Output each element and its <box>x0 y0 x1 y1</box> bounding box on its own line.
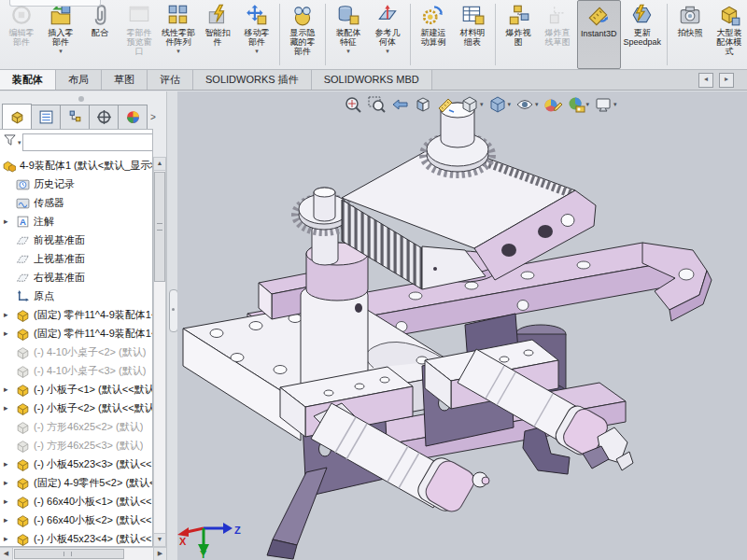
expand-arrow-icon[interactable]: ▸ <box>2 534 16 543</box>
ribbon-button-bill-of-materials[interactable]: 材料明细表 <box>453 0 492 69</box>
ribbon-button-large-assembly-mode[interactable]: 大型装配体模式 <box>710 0 747 69</box>
expand-arrow-icon[interactable]: ▸ <box>2 497 16 506</box>
tree-item[interactable]: ▸(固定) 零件11^4-9装配体1< <box>0 324 152 343</box>
ribbon-button-update-speedpak[interactable]: 更新Speedpak <box>621 0 665 69</box>
scroll-left-arrow-icon[interactable]: ◀ <box>0 548 13 560</box>
tree-item[interactable]: ▸(-) 66x40小板<1> (默认<< <box>0 492 152 511</box>
panel-tab-featuremanager[interactable] <box>2 104 32 129</box>
scroll-up-arrow-icon[interactable]: ▲ <box>154 158 165 171</box>
headsup-display-style-button[interactable]: ▾ <box>486 93 514 116</box>
panel-tab-propertymanager[interactable] <box>31 105 61 129</box>
move-component-icon <box>245 3 269 27</box>
ribbon-button-instant3d[interactable]: Instant3D <box>577 0 621 69</box>
expand-arrow-icon[interactable]: ▸ <box>2 217 16 226</box>
tree-item[interactable]: (-) 方形46x25<2> (默认) <box>0 417 152 436</box>
tab-scroll-left-button[interactable]: ◂ <box>698 73 713 88</box>
assembly-model-3d[interactable]: X Z Y <box>177 91 747 560</box>
ribbon-button-reference-geometry[interactable]: 参考几何体▾ <box>368 0 407 69</box>
tree-item[interactable]: 上视基准面 <box>0 249 152 268</box>
headsup-section-view-button[interactable] <box>412 93 434 116</box>
horizontal-scroll-thumb[interactable] <box>14 549 124 559</box>
tree-vertical-scrollbar[interactable]: ▲ ▼ <box>153 157 166 547</box>
tree-item[interactable]: (-) 方形46x25<3> (默认) <box>0 436 152 455</box>
dropdown-arrow-icon: ▾ <box>255 48 259 55</box>
ribbon-button-smart-fasteners[interactable]: 智能扣件 <box>198 0 237 69</box>
featuremanager-tree-panel: ▾ 4-9装配体1 (默认<默认_显示状历史记录传感器▸A注解前视基准面上视基准… <box>0 129 153 547</box>
tab-评估[interactable]: 评估 <box>148 70 193 90</box>
panel-tab-displaymanager[interactable] <box>118 105 148 129</box>
expand-arrow-icon[interactable]: ▸ <box>2 329 16 338</box>
scroll-right-arrow-icon[interactable]: ▶ <box>153 548 166 560</box>
tab-装配体[interactable]: 装配体 <box>0 70 56 90</box>
tree-item[interactable]: ▸(-) 小板45x23<4> (默认<< <box>0 529 152 547</box>
filter-funnel-icon[interactable] <box>3 133 17 151</box>
ribbon-button-show-hidden-components[interactable]: 显示隐藏的零部件 <box>283 0 322 69</box>
expand-arrow-icon[interactable]: ▸ <box>2 478 16 487</box>
orientation-triad: X Z Y <box>177 523 241 560</box>
panel-tab-overflow-chevron[interactable]: > <box>147 105 160 129</box>
ribbon-button-move-component[interactable]: 移动零部件▾ <box>237 0 276 69</box>
tab-布局[interactable]: 布局 <box>56 70 102 90</box>
tree-item[interactable]: (-) 4-10小桌子<2> (默认) <box>0 343 152 361</box>
expand-arrow-icon[interactable]: ▸ <box>2 310 16 319</box>
tree-item[interactable]: ▸(固定) 零件11^4-9装配体1< <box>0 305 152 324</box>
headsup-apply-scene-button[interactable]: ▾ <box>565 93 592 116</box>
history-icon <box>16 177 31 191</box>
tree-item[interactable]: ▸A注解 <box>0 212 152 231</box>
tree-item[interactable]: ▸(-) 小板45x23<3> (默认<< <box>0 455 152 473</box>
part-icon <box>16 401 31 415</box>
scroll-down-arrow-icon[interactable]: ▼ <box>154 533 165 546</box>
tree-horizontal-scrollbar[interactable]: ◀ ▶ <box>0 547 166 560</box>
tree-item[interactable]: 右视基准面 <box>0 268 152 287</box>
zoom-to-area-icon <box>367 95 386 114</box>
tab-SOLIDWORKS MBD[interactable]: SOLIDWORKS MBD <box>312 70 432 90</box>
ribbon-button-edit-component[interactable]: 编辑零部件 <box>2 0 41 69</box>
ribbon-button-explode-line-sketch[interactable]: 爆炸直线草图 <box>538 0 577 69</box>
tree-item[interactable]: 原点 <box>0 287 152 305</box>
headsup-zoom-to-area-button[interactable] <box>365 93 388 116</box>
ribbon-button-mate[interactable]: 配合 <box>80 0 120 69</box>
tree-item[interactable]: 前视基准面 <box>0 231 152 249</box>
expand-arrow-icon[interactable]: ▸ <box>2 403 16 413</box>
panel-resize-grip[interactable] <box>78 96 84 102</box>
tree-item[interactable]: ▸(-) 66x40小板<2> (默认<< <box>0 511 152 529</box>
ribbon-group-separator <box>667 4 668 65</box>
tree-item[interactable]: ▸(固定) 4-9零件5<2> (默认< <box>0 473 152 492</box>
headsup-previous-view-button[interactable] <box>388 93 411 116</box>
headsup-view-orientation-button[interactable]: ▾ <box>458 93 486 116</box>
headsup-hide-show-items-button[interactable]: ▾ <box>514 93 541 116</box>
tree-item[interactable]: 4-9装配体1 (默认<默认_显示状 <box>0 156 152 175</box>
filter-dropdown-arrow-icon[interactable]: ▾ <box>18 139 21 147</box>
tab-SOLIDWORKS 插件[interactable]: SOLIDWORKS 插件 <box>193 70 312 90</box>
vertical-scroll-thumb[interactable] <box>154 172 165 282</box>
headsup-view-settings-button[interactable]: ▾ <box>592 93 619 116</box>
ribbon-button-assembly-features[interactable]: 装配体特征▾ <box>329 0 368 69</box>
tab-scroll-right-button[interactable]: ▸ <box>719 73 734 88</box>
panel-tab-dimxpertmanager[interactable] <box>89 105 119 129</box>
expand-arrow-icon[interactable]: ▸ <box>2 515 16 525</box>
ribbon-button-label: 装配体特征 <box>336 28 361 47</box>
tab-草图[interactable]: 草图 <box>102 70 148 90</box>
expand-arrow-icon[interactable]: ▸ <box>2 459 16 469</box>
ribbon-button-take-snapshot[interactable]: 拍快照 <box>670 0 710 69</box>
headsup-measure-button[interactable] <box>435 93 458 116</box>
ribbon-button-insert-components[interactable]: 插入零部件▾ <box>41 0 80 69</box>
tree-item[interactable]: ▸(-) 小板子<2> (默认<<默认 <box>0 399 152 417</box>
tree-item[interactable]: 传感器 <box>0 193 152 212</box>
tree-item[interactable]: ▸(-) 小板子<1> (默认<<默认 <box>0 380 152 399</box>
headsup-edit-appearance-button[interactable] <box>542 93 564 116</box>
panel-tab-configurationmanager[interactable] <box>60 105 90 129</box>
tree-item[interactable]: 历史记录 <box>0 175 152 193</box>
panel-splitter[interactable] <box>166 91 177 560</box>
tree-item[interactable]: (-) 4-10小桌子<3> (默认) <box>0 361 152 380</box>
ribbon-button-label: 新建运动算例 <box>421 28 446 47</box>
graphics-area[interactable]: X Z Y ▾▾▾▾▾ <box>177 91 747 560</box>
ribbon-button-new-motion-study[interactable]: 新建运动算例 <box>414 0 453 69</box>
ribbon-button-component-preview-window[interactable]: 零部件预览窗口 <box>120 0 159 69</box>
ribbon-button-exploded-view[interactable]: 爆炸视图 <box>499 0 538 69</box>
assembly-model[interactable] <box>183 103 712 559</box>
ribbon-button-linear-component-pattern[interactable]: 线性零部件阵列▾ <box>159 0 198 69</box>
tree-filter-input[interactable] <box>22 133 153 151</box>
headsup-zoom-to-fit-button[interactable] <box>342 93 364 116</box>
expand-arrow-icon[interactable]: ▸ <box>2 385 16 394</box>
